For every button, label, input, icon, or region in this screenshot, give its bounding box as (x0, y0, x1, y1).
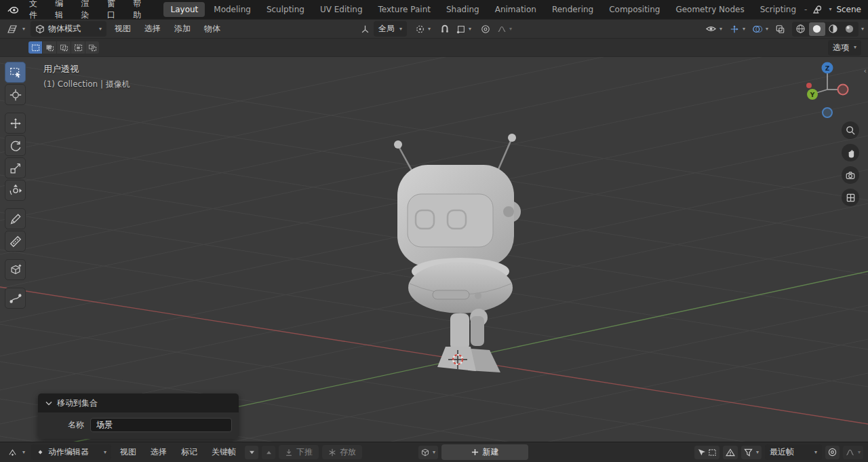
snap-toggle[interactable] (437, 22, 452, 36)
unlink-action-button[interactable] (262, 446, 275, 459)
stash-snowflake-icon (328, 448, 336, 457)
tab-texture-paint[interactable]: Texture Paint (372, 2, 437, 17)
tool-box-select[interactable] (5, 62, 26, 83)
tool-scale[interactable] (5, 157, 26, 178)
select-mode-intersect[interactable] (85, 41, 99, 54)
tab-uv-editing[interactable]: UV Editing (313, 2, 370, 17)
tab-sculpting[interactable]: Sculpting (260, 2, 311, 17)
scene-icon[interactable] (812, 5, 823, 14)
new-action-button[interactable]: 新建 (441, 444, 528, 460)
chevron-down-icon[interactable]: ▾ (861, 26, 864, 32)
select-mode-subtract[interactable] (57, 41, 71, 54)
object-mode-cube-icon (35, 24, 45, 34)
navigation-gizmo[interactable]: Z Y (802, 58, 853, 123)
show-gizmo-toggle[interactable]: ▾ (726, 22, 748, 36)
tool-cursor[interactable] (5, 84, 26, 105)
tool-rotate[interactable] (5, 135, 26, 156)
filter-dropdown[interactable]: ▾ (741, 446, 762, 459)
chevron-down-icon: ▾ (854, 45, 856, 50)
toggle-xray[interactable] (772, 22, 788, 36)
pan-hand-button[interactable] (842, 144, 859, 161)
editor-type-dropdown[interactable]: ▾ (4, 22, 28, 36)
orientation-dropdown[interactable]: 全局 ▾ (374, 21, 407, 37)
visibility-dropdown[interactable]: ▾ (703, 22, 725, 35)
dopesheet-menu-select[interactable]: 选择 (145, 444, 172, 460)
show-errors-button[interactable] (723, 446, 738, 459)
view-perspective-label: 用户透视 (43, 63, 130, 75)
shading-solid-button[interactable] (809, 22, 825, 36)
action-id-dropdown[interactable]: ▾ (418, 446, 438, 459)
pivot-point-dropdown[interactable]: ▾ (412, 22, 433, 36)
tab-scripting[interactable]: Scripting (753, 2, 803, 17)
select-mode-invert[interactable] (71, 41, 85, 54)
falloff-dropdown[interactable]: ▾ (494, 22, 515, 36)
tab-compositing[interactable]: Compositing (602, 2, 667, 17)
shading-material-button[interactable] (825, 22, 842, 36)
snap-mode-dropdown[interactable]: 最近帧 ▾ (765, 444, 822, 460)
options-dropdown[interactable]: 选项 ▾ (828, 40, 861, 56)
shading-rendered-button[interactable] (842, 22, 858, 36)
mode-selector-dropdown[interactable]: 物体模式 ▾ (31, 21, 106, 37)
select-mode-new[interactable] (28, 41, 42, 54)
push-down-label: 下推 (296, 446, 313, 458)
overlays-icon (752, 24, 763, 34)
tab-geometry-nodes[interactable]: Geometry Nodes (669, 2, 751, 17)
select-mode-extend[interactable] (43, 41, 56, 54)
ortho-grid-button[interactable] (842, 189, 859, 206)
transform-controls: 全局 ▾ ▾ (360, 21, 515, 37)
tool-transform[interactable] (5, 180, 26, 201)
editor-3d-viewport-icon (7, 24, 18, 34)
menu-object[interactable]: 物体 (199, 21, 226, 37)
snap-target-dropdown[interactable]: ▾ (454, 22, 474, 36)
tab-rendering[interactable]: Rendering (545, 2, 600, 17)
menu-view[interactable]: 视图 (109, 21, 136, 37)
redo-panel-body: 名称 (38, 412, 239, 439)
chevron-down-icon: ▾ (22, 26, 25, 32)
shading-wireframe-button[interactable] (793, 22, 809, 36)
sidebar-collapse-arrow[interactable]: ‹ (864, 66, 867, 75)
browse-action-dropdown[interactable] (245, 446, 258, 459)
collapse-chevron-icon (45, 401, 52, 406)
tab-modeling[interactable]: Modeling (207, 2, 258, 17)
tool-settings-bar: 选项 ▾ (0, 38, 868, 57)
dopesheet-menu-view[interactable]: 视图 (115, 444, 142, 460)
proportional-editing-button[interactable] (825, 446, 840, 459)
orientation-icon (360, 24, 370, 34)
tab-shading[interactable]: Shading (439, 2, 486, 17)
redo-panel-header[interactable]: 移动到集合 (38, 393, 239, 412)
only-selected-filter-button[interactable] (694, 446, 719, 459)
tool-annotate[interactable] (5, 208, 26, 229)
dopesheet-menu-marker[interactable]: 标记 (176, 444, 203, 460)
push-down-icon (285, 448, 293, 457)
chevron-down-icon[interactable]: ▾ (829, 7, 831, 12)
robot-model[interactable] (394, 134, 521, 372)
collection-name-input[interactable] (90, 418, 232, 432)
camera-view-button[interactable] (842, 166, 859, 184)
tool-measure[interactable] (5, 231, 26, 252)
xray-icon (775, 24, 785, 34)
blender-logo-icon[interactable] (7, 5, 19, 14)
show-overlays-toggle[interactable]: ▾ (749, 22, 771, 36)
dopesheet-mode-dropdown[interactable]: 动作编辑器 ▾ (31, 444, 111, 460)
zoom-button[interactable] (842, 121, 859, 139)
menu-select[interactable]: 选择 (139, 21, 166, 37)
dopesheet-editor-type-dropdown[interactable]: ▾ (5, 446, 28, 459)
tab-animation[interactable]: Animation (488, 2, 543, 17)
proportional-editing-toggle[interactable] (478, 22, 493, 36)
tool-add-cube[interactable] (5, 259, 26, 280)
dopesheet-header: ▾ 动作编辑器 ▾ 视图 选择 标记 关键帧 下推 存放 (0, 442, 868, 462)
scene-name[interactable]: Scene (836, 5, 861, 14)
falloff-dropdown-bottom[interactable]: ▾ (843, 446, 863, 459)
viewport-scene[interactable] (0, 0, 868, 462)
redo-panel-title: 移动到集合 (57, 398, 98, 409)
tool-draw[interactable] (5, 288, 26, 309)
tab-layout[interactable]: Layout (163, 2, 205, 17)
chevron-down-icon: ▾ (22, 450, 25, 455)
chevron-down-icon: ▾ (814, 450, 817, 455)
tool-move[interactable] (5, 113, 26, 134)
menu-add[interactable]: 添加 (169, 21, 196, 37)
push-down-button[interactable]: 下推 (279, 445, 319, 459)
stash-button[interactable]: 存放 (322, 445, 362, 459)
dopesheet-menu-key[interactable]: 关键帧 (206, 444, 241, 460)
plus-icon (471, 448, 479, 456)
